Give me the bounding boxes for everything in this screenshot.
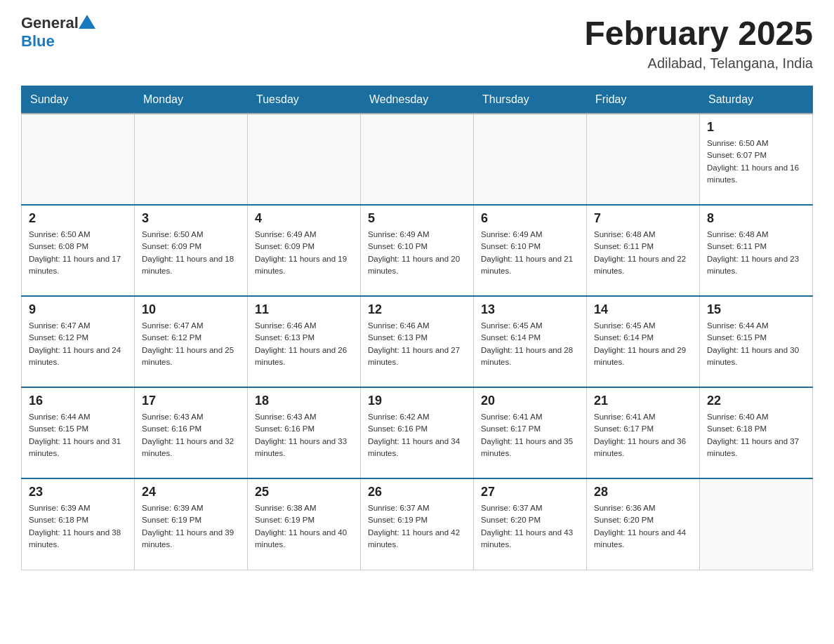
day-info: Sunrise: 6:40 AMSunset: 6:18 PMDaylight:…	[707, 411, 805, 459]
month-title: February 2025	[584, 14, 813, 53]
logo: General Blue	[21, 14, 95, 51]
calendar-table: SundayMondayTuesdayWednesdayThursdayFrid…	[21, 86, 813, 570]
day-info: Sunrise: 6:38 AMSunset: 6:19 PMDaylight:…	[255, 502, 353, 551]
calendar-cell	[22, 114, 135, 205]
day-number: 25	[255, 485, 353, 499]
calendar-cell	[700, 478, 813, 570]
day-header-friday: Friday	[587, 86, 700, 114]
calendar-cell: 16Sunrise: 6:44 AMSunset: 6:15 PMDayligh…	[22, 387, 135, 478]
day-number: 18	[255, 394, 353, 408]
calendar-cell: 28Sunrise: 6:36 AMSunset: 6:20 PMDayligh…	[587, 478, 700, 570]
calendar-cell: 10Sunrise: 6:47 AMSunset: 6:12 PMDayligh…	[135, 296, 248, 387]
calendar-cell: 7Sunrise: 6:48 AMSunset: 6:11 PMDaylight…	[587, 205, 700, 296]
logo-top: General	[21, 14, 95, 32]
day-info: Sunrise: 6:49 AMSunset: 6:10 PMDaylight:…	[481, 229, 579, 277]
day-info: Sunrise: 6:39 AMSunset: 6:18 PMDaylight:…	[29, 502, 127, 551]
week-row-2: 2Sunrise: 6:50 AMSunset: 6:08 PMDaylight…	[22, 205, 813, 296]
day-info: Sunrise: 6:50 AMSunset: 6:08 PMDaylight:…	[29, 229, 127, 277]
day-number: 2	[29, 211, 127, 226]
day-info: Sunrise: 6:50 AMSunset: 6:09 PMDaylight:…	[142, 229, 240, 277]
day-info: Sunrise: 6:46 AMSunset: 6:13 PMDaylight:…	[368, 320, 466, 368]
calendar-cell	[135, 114, 248, 205]
day-number: 20	[481, 394, 579, 408]
day-number: 12	[368, 302, 466, 317]
day-number: 23	[29, 485, 127, 499]
day-info: Sunrise: 6:44 AMSunset: 6:15 PMDaylight:…	[29, 411, 127, 459]
calendar-cell: 1Sunrise: 6:50 AMSunset: 6:07 PMDaylight…	[700, 114, 813, 205]
week-row-4: 16Sunrise: 6:44 AMSunset: 6:15 PMDayligh…	[22, 387, 813, 478]
calendar-cell: 2Sunrise: 6:50 AMSunset: 6:08 PMDaylight…	[22, 205, 135, 296]
calendar-cell: 20Sunrise: 6:41 AMSunset: 6:17 PMDayligh…	[474, 387, 587, 478]
calendar-cell: 5Sunrise: 6:49 AMSunset: 6:10 PMDaylight…	[361, 205, 474, 296]
calendar-cell: 24Sunrise: 6:39 AMSunset: 6:19 PMDayligh…	[135, 478, 248, 570]
calendar-cell: 19Sunrise: 6:42 AMSunset: 6:16 PMDayligh…	[361, 387, 474, 478]
calendar-cell: 4Sunrise: 6:49 AMSunset: 6:09 PMDaylight…	[248, 205, 361, 296]
day-number: 26	[368, 485, 466, 499]
logo-blue-text: Blue	[21, 32, 95, 51]
logo-wrapper: General Blue	[21, 14, 95, 51]
day-info: Sunrise: 6:49 AMSunset: 6:10 PMDaylight:…	[368, 229, 466, 277]
day-number: 7	[594, 211, 692, 226]
day-number: 3	[142, 211, 240, 226]
day-number: 4	[255, 211, 353, 226]
calendar-cell: 14Sunrise: 6:45 AMSunset: 6:14 PMDayligh…	[587, 296, 700, 387]
day-info: Sunrise: 6:46 AMSunset: 6:13 PMDaylight:…	[255, 320, 353, 368]
day-number: 21	[594, 394, 692, 408]
calendar-cell: 9Sunrise: 6:47 AMSunset: 6:12 PMDaylight…	[22, 296, 135, 387]
calendar-cell: 21Sunrise: 6:41 AMSunset: 6:17 PMDayligh…	[587, 387, 700, 478]
calendar-cell	[587, 114, 700, 205]
day-info: Sunrise: 6:47 AMSunset: 6:12 PMDaylight:…	[142, 320, 240, 368]
calendar-cell: 18Sunrise: 6:43 AMSunset: 6:16 PMDayligh…	[248, 387, 361, 478]
day-info: Sunrise: 6:41 AMSunset: 6:17 PMDaylight:…	[481, 411, 579, 459]
week-row-5: 23Sunrise: 6:39 AMSunset: 6:18 PMDayligh…	[22, 478, 813, 570]
day-number: 10	[142, 302, 240, 317]
logo-triangle-icon	[79, 15, 95, 29]
calendar-cell: 11Sunrise: 6:46 AMSunset: 6:13 PMDayligh…	[248, 296, 361, 387]
day-info: Sunrise: 6:41 AMSunset: 6:17 PMDaylight:…	[594, 411, 692, 459]
day-number: 28	[594, 485, 692, 499]
calendar-cell	[248, 114, 361, 205]
location-title: Adilabad, Telangana, India	[584, 55, 813, 72]
calendar-cell: 3Sunrise: 6:50 AMSunset: 6:09 PMDaylight…	[135, 205, 248, 296]
day-number: 24	[142, 485, 240, 499]
day-number: 27	[481, 485, 579, 499]
calendar-cell	[361, 114, 474, 205]
day-info: Sunrise: 6:39 AMSunset: 6:19 PMDaylight:…	[142, 502, 240, 551]
calendar-cell: 12Sunrise: 6:46 AMSunset: 6:13 PMDayligh…	[361, 296, 474, 387]
day-info: Sunrise: 6:42 AMSunset: 6:16 PMDaylight:…	[368, 411, 466, 459]
day-header-thursday: Thursday	[474, 86, 587, 114]
day-number: 17	[142, 394, 240, 408]
day-number: 14	[594, 302, 692, 317]
title-area: February 2025 Adilabad, Telangana, India	[584, 14, 813, 72]
calendar-cell: 17Sunrise: 6:43 AMSunset: 6:16 PMDayligh…	[135, 387, 248, 478]
day-number: 6	[481, 211, 579, 226]
calendar-cell: 22Sunrise: 6:40 AMSunset: 6:18 PMDayligh…	[700, 387, 813, 478]
day-info: Sunrise: 6:37 AMSunset: 6:20 PMDaylight:…	[481, 502, 579, 551]
day-header-tuesday: Tuesday	[248, 86, 361, 114]
day-number: 11	[255, 302, 353, 317]
day-header-monday: Monday	[135, 86, 248, 114]
day-number: 15	[707, 302, 805, 317]
day-info: Sunrise: 6:37 AMSunset: 6:19 PMDaylight:…	[368, 502, 466, 551]
day-info: Sunrise: 6:45 AMSunset: 6:14 PMDaylight:…	[481, 320, 579, 368]
calendar-cell: 23Sunrise: 6:39 AMSunset: 6:18 PMDayligh…	[22, 478, 135, 570]
calendar-cell: 25Sunrise: 6:38 AMSunset: 6:19 PMDayligh…	[248, 478, 361, 570]
calendar-cell	[474, 114, 587, 205]
day-info: Sunrise: 6:47 AMSunset: 6:12 PMDaylight:…	[29, 320, 127, 368]
day-header-saturday: Saturday	[700, 86, 813, 114]
day-info: Sunrise: 6:44 AMSunset: 6:15 PMDaylight:…	[707, 320, 805, 368]
day-info: Sunrise: 6:48 AMSunset: 6:11 PMDaylight:…	[707, 229, 805, 277]
day-number: 8	[707, 211, 805, 226]
day-header-wednesday: Wednesday	[361, 86, 474, 114]
week-row-3: 9Sunrise: 6:47 AMSunset: 6:12 PMDaylight…	[22, 296, 813, 387]
logo-general-text: General	[21, 14, 79, 32]
day-info: Sunrise: 6:43 AMSunset: 6:16 PMDaylight:…	[255, 411, 353, 459]
day-info: Sunrise: 6:48 AMSunset: 6:11 PMDaylight:…	[594, 229, 692, 277]
calendar-cell: 15Sunrise: 6:44 AMSunset: 6:15 PMDayligh…	[700, 296, 813, 387]
calendar-cell: 6Sunrise: 6:49 AMSunset: 6:10 PMDaylight…	[474, 205, 587, 296]
week-row-1: 1Sunrise: 6:50 AMSunset: 6:07 PMDaylight…	[22, 114, 813, 205]
days-header-row: SundayMondayTuesdayWednesdayThursdayFrid…	[22, 86, 813, 114]
day-info: Sunrise: 6:45 AMSunset: 6:14 PMDaylight:…	[594, 320, 692, 368]
day-number: 22	[707, 394, 805, 408]
day-number: 13	[481, 302, 579, 317]
